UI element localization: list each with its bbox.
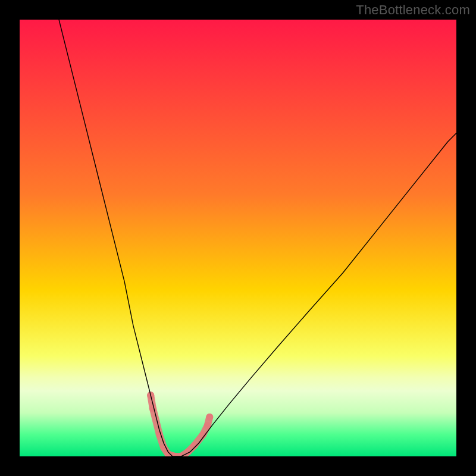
chart-svg [20,20,456,456]
chart-frame: TheBottleneck.com [0,0,476,476]
marker-dot [206,414,213,421]
chart-canvas [20,20,456,456]
watermark-text: TheBottleneck.com [356,2,470,18]
gradient-background [20,20,456,456]
marker-dot [149,405,156,412]
